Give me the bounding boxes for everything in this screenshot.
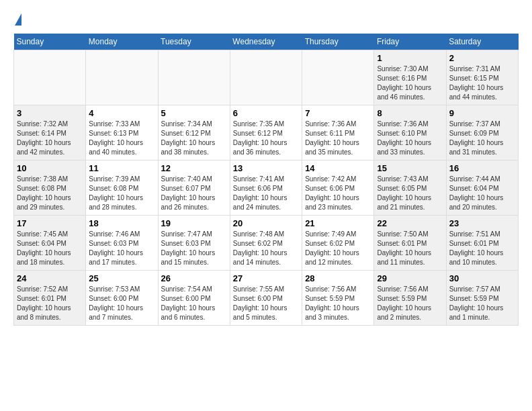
day-number: 18 (89, 218, 154, 228)
day-header-wednesday: Wednesday (230, 34, 302, 50)
page-header (13, 13, 519, 27)
calendar-cell: 15Sunrise: 7:43 AM Sunset: 6:05 PM Dayli… (374, 161, 446, 216)
day-number: 3 (17, 108, 83, 118)
day-number: 28 (305, 273, 371, 283)
calendar-cell: 10Sunrise: 7:38 AM Sunset: 6:08 PM Dayli… (14, 161, 86, 216)
day-info: Sunrise: 7:55 AM Sunset: 6:00 PM Dayligh… (233, 285, 299, 322)
day-number: 30 (449, 273, 515, 283)
day-number: 21 (305, 218, 371, 228)
calendar-cell: 2Sunrise: 7:31 AM Sunset: 6:15 PM Daylig… (446, 50, 518, 105)
day-number: 25 (89, 273, 154, 283)
day-info: Sunrise: 7:37 AM Sunset: 6:09 PM Dayligh… (449, 120, 515, 157)
calendar-week-row: 3Sunrise: 7:32 AM Sunset: 6:14 PM Daylig… (14, 105, 519, 161)
calendar-cell: 13Sunrise: 7:41 AM Sunset: 6:06 PM Dayli… (230, 161, 302, 216)
calendar-cell: 21Sunrise: 7:49 AM Sunset: 6:02 PM Dayli… (302, 216, 374, 271)
day-number: 1 (377, 53, 443, 63)
day-info: Sunrise: 7:41 AM Sunset: 6:06 PM Dayligh… (233, 175, 299, 212)
day-header-friday: Friday (374, 34, 446, 50)
day-header-saturday: Saturday (446, 34, 518, 50)
day-info: Sunrise: 7:49 AM Sunset: 6:02 PM Dayligh… (305, 230, 371, 267)
calendar-cell (302, 50, 374, 105)
day-info: Sunrise: 7:48 AM Sunset: 6:02 PM Dayligh… (233, 230, 299, 267)
day-info: Sunrise: 7:56 AM Sunset: 5:59 PM Dayligh… (305, 285, 371, 322)
calendar-cell: 8Sunrise: 7:36 AM Sunset: 6:10 PM Daylig… (374, 105, 446, 161)
day-number: 20 (233, 218, 299, 228)
calendar-cell: 17Sunrise: 7:45 AM Sunset: 6:04 PM Dayli… (14, 216, 86, 271)
day-info: Sunrise: 7:40 AM Sunset: 6:07 PM Dayligh… (161, 175, 227, 212)
day-info: Sunrise: 7:31 AM Sunset: 6:15 PM Dayligh… (449, 64, 515, 102)
day-number: 27 (233, 273, 299, 283)
day-number: 17 (17, 218, 83, 228)
calendar-cell (158, 50, 230, 105)
day-number: 15 (377, 163, 443, 173)
day-info: Sunrise: 7:39 AM Sunset: 6:08 PM Dayligh… (89, 175, 154, 212)
day-number: 11 (89, 163, 154, 173)
day-header-sunday: Sunday (14, 34, 86, 50)
calendar-cell: 28Sunrise: 7:56 AM Sunset: 5:59 PM Dayli… (302, 271, 374, 326)
day-number: 14 (305, 163, 371, 173)
calendar-cell: 7Sunrise: 7:36 AM Sunset: 6:11 PM Daylig… (302, 105, 374, 161)
day-info: Sunrise: 7:47 AM Sunset: 6:03 PM Dayligh… (161, 230, 227, 267)
calendar-cell: 24Sunrise: 7:52 AM Sunset: 6:01 PM Dayli… (14, 271, 86, 326)
day-info: Sunrise: 7:35 AM Sunset: 6:12 PM Dayligh… (233, 120, 299, 157)
calendar-cell: 12Sunrise: 7:40 AM Sunset: 6:07 PM Dayli… (158, 161, 230, 216)
day-info: Sunrise: 7:30 AM Sunset: 6:16 PM Dayligh… (377, 64, 443, 102)
day-info: Sunrise: 7:44 AM Sunset: 6:04 PM Dayligh… (449, 175, 515, 212)
calendar-cell: 26Sunrise: 7:54 AM Sunset: 6:00 PM Dayli… (158, 271, 230, 326)
calendar-cell: 25Sunrise: 7:53 AM Sunset: 6:00 PM Dayli… (86, 271, 158, 326)
calendar-header-row: SundayMondayTuesdayWednesdayThursdayFrid… (14, 34, 519, 50)
calendar-week-row: 10Sunrise: 7:38 AM Sunset: 6:08 PM Dayli… (14, 161, 519, 216)
calendar-week-row: 1Sunrise: 7:30 AM Sunset: 6:16 PM Daylig… (14, 50, 519, 105)
day-number: 4 (89, 108, 154, 118)
day-info: Sunrise: 7:45 AM Sunset: 6:04 PM Dayligh… (17, 230, 83, 267)
day-info: Sunrise: 7:42 AM Sunset: 6:06 PM Dayligh… (305, 175, 371, 212)
day-number: 23 (449, 218, 515, 228)
calendar-cell: 4Sunrise: 7:33 AM Sunset: 6:13 PM Daylig… (86, 105, 158, 161)
calendar-cell: 5Sunrise: 7:34 AM Sunset: 6:12 PM Daylig… (158, 105, 230, 161)
day-number: 9 (449, 108, 515, 118)
calendar-week-row: 24Sunrise: 7:52 AM Sunset: 6:01 PM Dayli… (14, 271, 519, 326)
calendar-cell: 6Sunrise: 7:35 AM Sunset: 6:12 PM Daylig… (230, 105, 302, 161)
calendar-cell: 19Sunrise: 7:47 AM Sunset: 6:03 PM Dayli… (158, 216, 230, 271)
day-number: 16 (449, 163, 515, 173)
day-info: Sunrise: 7:32 AM Sunset: 6:14 PM Dayligh… (17, 120, 83, 157)
day-number: 29 (377, 273, 443, 283)
day-info: Sunrise: 7:50 AM Sunset: 6:01 PM Dayligh… (377, 230, 443, 267)
calendar-cell: 16Sunrise: 7:44 AM Sunset: 6:04 PM Dayli… (446, 161, 518, 216)
calendar-cell: 23Sunrise: 7:51 AM Sunset: 6:01 PM Dayli… (446, 216, 518, 271)
day-number: 6 (233, 108, 299, 118)
day-number: 19 (161, 218, 227, 228)
day-info: Sunrise: 7:34 AM Sunset: 6:12 PM Dayligh… (161, 120, 227, 157)
day-info: Sunrise: 7:33 AM Sunset: 6:13 PM Dayligh… (89, 120, 154, 157)
calendar-cell: 14Sunrise: 7:42 AM Sunset: 6:06 PM Dayli… (302, 161, 374, 216)
day-number: 12 (161, 163, 227, 173)
day-info: Sunrise: 7:46 AM Sunset: 6:03 PM Dayligh… (89, 230, 154, 267)
logo-triangle-icon (15, 13, 21, 26)
calendar-week-row: 17Sunrise: 7:45 AM Sunset: 6:04 PM Dayli… (14, 216, 519, 271)
day-number: 22 (377, 218, 443, 228)
calendar-cell: 27Sunrise: 7:55 AM Sunset: 6:00 PM Dayli… (230, 271, 302, 326)
day-info: Sunrise: 7:57 AM Sunset: 5:59 PM Dayligh… (449, 285, 515, 322)
calendar-cell: 9Sunrise: 7:37 AM Sunset: 6:09 PM Daylig… (446, 105, 518, 161)
day-number: 24 (17, 273, 83, 283)
calendar-table: SundayMondayTuesdayWednesdayThursdayFrid… (13, 34, 519, 326)
calendar-cell: 29Sunrise: 7:56 AM Sunset: 5:59 PM Dayli… (374, 271, 446, 326)
calendar-cell (14, 50, 86, 105)
logo (13, 13, 21, 27)
day-header-monday: Monday (86, 34, 158, 50)
day-header-tuesday: Tuesday (158, 34, 230, 50)
calendar-cell (86, 50, 158, 105)
day-header-thursday: Thursday (302, 34, 374, 50)
day-info: Sunrise: 7:56 AM Sunset: 5:59 PM Dayligh… (377, 285, 443, 322)
day-number: 8 (377, 108, 443, 118)
calendar-cell: 22Sunrise: 7:50 AM Sunset: 6:01 PM Dayli… (374, 216, 446, 271)
day-info: Sunrise: 7:36 AM Sunset: 6:11 PM Dayligh… (305, 120, 371, 157)
calendar-cell: 18Sunrise: 7:46 AM Sunset: 6:03 PM Dayli… (86, 216, 158, 271)
day-number: 2 (449, 53, 515, 63)
calendar-cell: 30Sunrise: 7:57 AM Sunset: 5:59 PM Dayli… (446, 271, 518, 326)
day-info: Sunrise: 7:43 AM Sunset: 6:05 PM Dayligh… (377, 175, 443, 212)
day-number: 26 (161, 273, 227, 283)
calendar-cell: 1Sunrise: 7:30 AM Sunset: 6:16 PM Daylig… (374, 50, 446, 105)
calendar-cell: 11Sunrise: 7:39 AM Sunset: 6:08 PM Dayli… (86, 161, 158, 216)
calendar-cell: 3Sunrise: 7:32 AM Sunset: 6:14 PM Daylig… (14, 105, 86, 161)
